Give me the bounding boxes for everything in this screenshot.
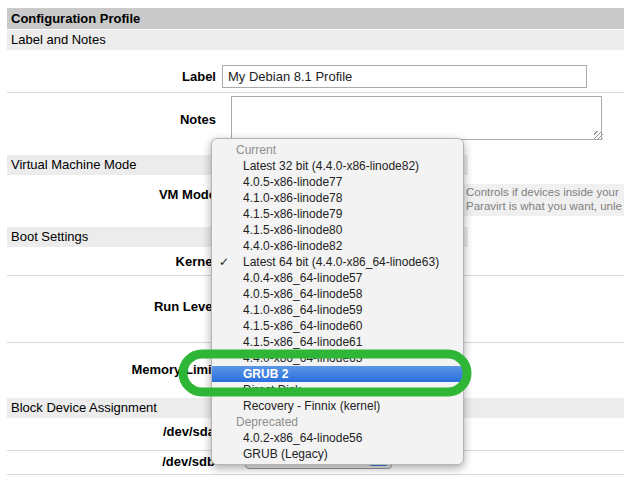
menu-item[interactable]: 4.0.4-x86_64-linode57 [212,270,463,286]
menu-item[interactable]: 4.0.5-x86-linode77 [212,174,463,190]
checkmark-icon: ✓ [219,254,229,270]
vm-mode-help-text: Controls if devices inside your Paravirt… [462,184,624,216]
dev-sdb-field-label: /dev/sdb [35,454,215,469]
page-title: Configuration Profile [7,8,624,29]
notes-field-label: Notes [36,112,216,127]
menu-item-grub-legacy[interactable]: GRUB (Legacy) [212,446,463,462]
menu-item-grub2-selected[interactable]: GRUB 2 [212,366,463,382]
menu-item-direct-disk[interactable]: Direct Disk [212,382,463,398]
menu-item-label: Latest 64 bit (4.4.0-x86_64-linode63) [243,255,439,269]
kernel-field-label: Kernel [36,254,216,269]
menu-group-deprecated: Deprecated [212,414,463,430]
menu-item-recovery-finnix[interactable]: Recovery - Finnix (kernel) [212,398,463,414]
section-label-and-notes: Label and Notes [7,30,624,50]
menu-item-latest-64bit[interactable]: ✓ Latest 64 bit (4.4.0-x86_64-linode63) [212,254,463,270]
menu-item[interactable]: 4.1.5-x86-linode79 [212,206,463,222]
menu-item[interactable]: 4.1.5-x86_64-linode60 [212,318,463,334]
configuration-profile-page: Configuration Profile Label and Notes La… [0,0,624,479]
divider [7,92,624,93]
memory-limit-field-label: Memory Limit [36,362,216,377]
label-field-label: Label [36,69,216,84]
menu-item[interactable]: 4.1.0-x86_64-linode59 [212,302,463,318]
vm-mode-field-label: VM Mode [36,187,216,202]
label-input[interactable] [222,65,587,88]
menu-item[interactable]: 4.4.0-x86-linode82 [212,238,463,254]
menu-item-latest-32bit[interactable]: Latest 32 bit (4.4.0-x86-linode82) [212,158,463,174]
notes-textarea[interactable] [231,96,602,140]
menu-group-current: Current [212,142,463,158]
run-level-field-label: Run Level [36,299,216,314]
menu-item[interactable]: 4.1.0-x86-linode78 [212,190,463,206]
menu-item[interactable]: 4.0.5-x86_64-linode58 [212,286,463,302]
kernel-dropdown-menu: Current Latest 32 bit (4.4.0-x86-linode8… [211,138,464,465]
dev-sda-field-label: /dev/sda [35,424,215,439]
menu-item[interactable]: 4.1.5-x86_64-linode61 [212,334,463,350]
menu-item[interactable]: 4.4.0-x86_64-linode63 [212,350,463,366]
menu-item[interactable]: 4.0.2-x86_64-linode56 [212,430,463,446]
divider [7,474,624,475]
vm-mode-help-line1: Controls if devices inside your [466,185,624,199]
menu-item[interactable]: 4.1.5-x86-linode80 [212,222,463,238]
vm-mode-help-line2: Paravirt is what you want, unle [466,199,624,213]
